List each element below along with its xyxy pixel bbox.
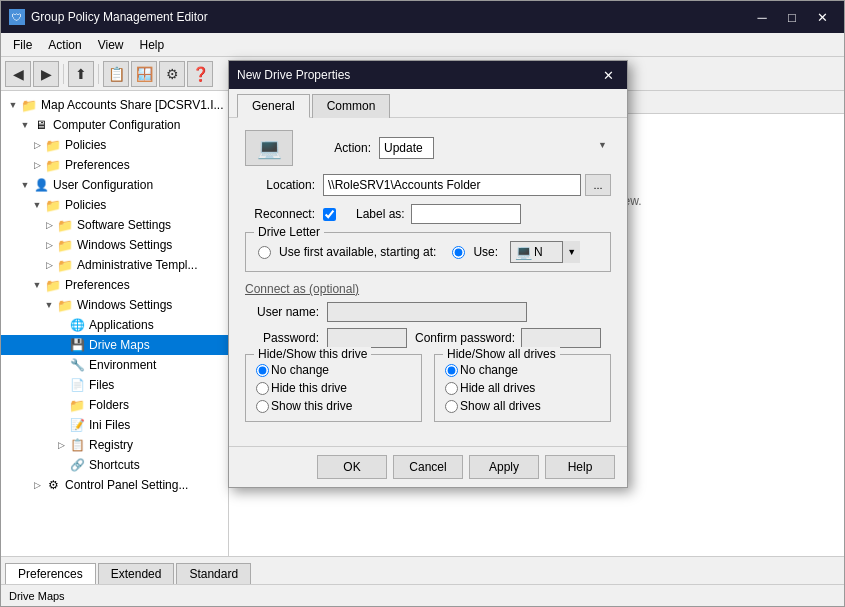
tree-label: Applications <box>89 318 154 332</box>
drive-letter-select-wrapper: 💻 N ▼ <box>510 241 580 263</box>
connect-optional-title[interactable]: Connect as (optional) <box>245 282 611 296</box>
browse-button[interactable]: ... <box>585 174 611 196</box>
maximize-button[interactable]: □ <box>778 6 806 28</box>
tree-label: Preferences <box>65 278 130 292</box>
show-all-item: Show all drives <box>445 399 600 413</box>
tree-item-files[interactable]: 📄 Files <box>1 375 228 395</box>
tree-item-map-accounts[interactable]: ▼ 📁 Map Accounts Share [DCSRV1.I... <box>1 95 228 115</box>
hideshow-area: Hide/Show this drive No change Hide this… <box>245 354 611 422</box>
password-input[interactable] <box>327 328 407 348</box>
apply-button[interactable]: Apply <box>469 455 539 479</box>
dialog-close-button[interactable]: ✕ <box>597 66 619 84</box>
dialog-tab-common[interactable]: Common <box>312 94 391 118</box>
tree-label: User Configuration <box>53 178 153 192</box>
tree-item-policies-cc[interactable]: ▷ 📁 Policies <box>1 135 228 155</box>
applications-icon: 🌐 <box>69 317 85 333</box>
window-controls: ─ □ ✕ <box>748 6 836 28</box>
expand-icon: ▼ <box>29 197 45 213</box>
dialog-tab-general[interactable]: General <box>237 94 310 118</box>
folder-icon: 📁 <box>57 217 73 233</box>
username-row: User name: <box>249 302 611 322</box>
drive-maps-icon: 💾 <box>69 337 85 353</box>
tree-item-applications[interactable]: 🌐 Applications <box>1 315 228 335</box>
drive-letter-value: N <box>534 245 543 259</box>
tree-item-registry[interactable]: ▷ 📋 Registry <box>1 435 228 455</box>
expand-icon: ▷ <box>53 437 69 453</box>
tree-item-preferences-uc[interactable]: ▼ 📁 Preferences <box>1 275 228 295</box>
expand-icon: ▷ <box>29 477 45 493</box>
reconnect-label: Reconnect: <box>245 207 315 221</box>
tree-item-folders[interactable]: 📁 Folders <box>1 395 228 415</box>
show-hide-button[interactable]: 📋 <box>103 61 129 87</box>
tree-label: Software Settings <box>77 218 171 232</box>
window-title: Group Policy Management Editor <box>31 10 748 24</box>
minimize-button[interactable]: ─ <box>748 6 776 28</box>
tree-item-shortcuts[interactable]: 🔗 Shortcuts <box>1 455 228 475</box>
reconnect-checkbox[interactable] <box>323 208 336 221</box>
tree-item-windows-settings-uc[interactable]: ▼ 📁 Windows Settings <box>1 295 228 315</box>
drive-letter-dropdown-btn[interactable]: ▼ <box>562 241 580 263</box>
password-label: Password: <box>249 331 319 345</box>
location-input[interactable] <box>323 174 581 196</box>
confirm-password-input[interactable] <box>521 328 601 348</box>
properties-button[interactable]: ⚙ <box>159 61 185 87</box>
tree-item-user-config[interactable]: ▼ 👤 User Configuration <box>1 175 228 195</box>
help-button[interactable]: Help <box>545 455 615 479</box>
folder-icon: 📁 <box>45 197 61 213</box>
help-toolbar-button[interactable]: ❓ <box>187 61 213 87</box>
tree-label: Environment <box>89 358 156 372</box>
folder-icon: 📁 <box>57 257 73 273</box>
tree-item-environment[interactable]: 🔧 Environment <box>1 355 228 375</box>
expand-icon <box>53 397 69 413</box>
hide-all-radio[interactable] <box>445 382 458 395</box>
tab-extended[interactable]: Extended <box>98 563 175 584</box>
menu-file[interactable]: File <box>5 36 40 54</box>
label-as-input[interactable] <box>411 204 521 224</box>
use-first-radio[interactable] <box>258 246 271 259</box>
hide-this-radio[interactable] <box>256 382 269 395</box>
username-input[interactable] <box>327 302 527 322</box>
tab-standard[interactable]: Standard <box>176 563 251 584</box>
expand-icon: ▼ <box>5 97 21 113</box>
cancel-button[interactable]: Cancel <box>393 455 463 479</box>
tree-item-ini-files[interactable]: 📝 Ini Files <box>1 415 228 435</box>
expand-icon: ▼ <box>17 117 33 133</box>
tree-item-software-settings[interactable]: ▷ 📁 Software Settings <box>1 215 228 235</box>
folder-icon: 📁 <box>21 97 37 113</box>
action-select[interactable]: Create Delete Replace Update <box>379 137 434 159</box>
folder-icon: 📁 <box>57 297 73 313</box>
tree-label: Computer Configuration <box>53 118 180 132</box>
ok-button[interactable]: OK <box>317 455 387 479</box>
show-this-radio[interactable] <box>256 400 269 413</box>
confirm-password-label: Confirm password: <box>415 331 515 345</box>
no-change-this-radio[interactable] <box>256 364 269 377</box>
new-window-button[interactable]: 🪟 <box>131 61 157 87</box>
hide-this-label: Hide this drive <box>271 381 347 395</box>
menu-help[interactable]: Help <box>132 36 173 54</box>
tree-item-drive-maps[interactable]: 💾 Drive Maps <box>1 335 228 355</box>
connect-optional-form: User name: Password: Confirm password: <box>249 302 611 348</box>
tree-item-policies-uc[interactable]: ▼ 📁 Policies <box>1 195 228 215</box>
close-button[interactable]: ✕ <box>808 6 836 28</box>
use-label: Use: <box>473 245 498 259</box>
tree-item-windows-settings[interactable]: ▷ 📁 Windows Settings <box>1 235 228 255</box>
back-button[interactable]: ◀ <box>5 61 31 87</box>
use-specific-radio[interactable] <box>452 246 465 259</box>
tree-item-computer-config[interactable]: ▼ 🖥 Computer Configuration <box>1 115 228 135</box>
no-change-all-radio[interactable] <box>445 364 458 377</box>
tab-preferences[interactable]: Preferences <box>5 563 96 584</box>
show-all-radio[interactable] <box>445 400 458 413</box>
show-all-label: Show all drives <box>460 399 541 413</box>
files-icon: 📄 <box>69 377 85 393</box>
up-button[interactable]: ⬆ <box>68 61 94 87</box>
no-change-all-item: No change <box>445 363 600 377</box>
tree-item-preferences-cc[interactable]: ▷ 📁 Preferences <box>1 155 228 175</box>
menu-view[interactable]: View <box>90 36 132 54</box>
expand-icon: ▷ <box>41 237 57 253</box>
drive-letter-row: Use first available, starting at: Use: 💻… <box>258 241 598 263</box>
tree-item-admin-templates[interactable]: ▷ 📁 Administrative Templ... <box>1 255 228 275</box>
menu-action[interactable]: Action <box>40 36 89 54</box>
tree-item-control-panel[interactable]: ▷ ⚙ Control Panel Setting... <box>1 475 228 495</box>
forward-button[interactable]: ▶ <box>33 61 59 87</box>
dialog-content: 💻 Action: Create Delete Replace Update L… <box>229 118 627 446</box>
